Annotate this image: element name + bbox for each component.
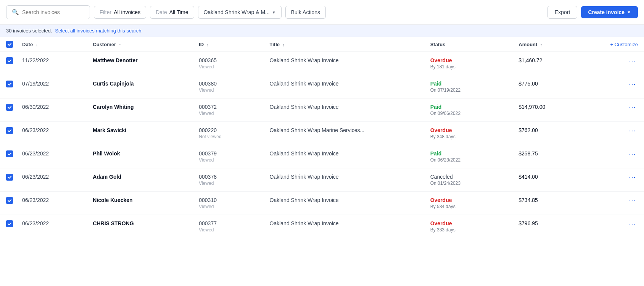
row-date: 06/30/2022 xyxy=(18,99,88,122)
select-all-link[interactable]: Select all invoices matching this search… xyxy=(55,28,143,34)
export-label: Export xyxy=(555,9,570,15)
chevron-down-icon: ▼ xyxy=(272,10,276,15)
header-amount[interactable]: Amount ↑ xyxy=(514,37,584,52)
row-customer: Carolyn Whiting xyxy=(88,99,194,122)
table-body: 11/22/2022 Matthew Denotter 000365 Viewe… xyxy=(0,52,644,238)
row-more[interactable]: ⋯ xyxy=(585,145,644,168)
filter-button[interactable]: Filter All invoices xyxy=(94,6,146,19)
row-amount: $1,460.72 xyxy=(514,52,584,75)
more-options-button[interactable]: ⋯ xyxy=(627,174,638,181)
search-box[interactable]: 🔍 xyxy=(6,5,90,19)
row-customer: Adam Gold xyxy=(88,168,194,192)
sort-up-icon: ↑ xyxy=(119,42,121,47)
row-status: Canceled On 01/24/2023 xyxy=(426,168,514,192)
row-date: 06/23/2022 xyxy=(18,192,88,215)
filter-value: All invoices xyxy=(114,9,140,15)
row-date: 06/23/2022 xyxy=(18,145,88,168)
row-more[interactable]: ⋯ xyxy=(585,215,644,238)
more-options-button[interactable]: ⋯ xyxy=(627,127,638,134)
search-input[interactable] xyxy=(22,9,84,15)
row-checkbox[interactable] xyxy=(0,75,18,99)
table-row: 07/19/2022 Curtis Capinjola 000380 Viewe… xyxy=(0,75,644,99)
row-checkbox-box[interactable] xyxy=(6,127,13,134)
filter-label: Filter xyxy=(100,9,111,15)
row-more[interactable]: ⋯ xyxy=(585,122,644,145)
date-button[interactable]: Date All Time xyxy=(150,6,194,19)
row-customer: Nicole Kuecken xyxy=(88,192,194,215)
row-checkbox-box[interactable] xyxy=(6,197,13,204)
row-checkbox-box[interactable] xyxy=(6,220,13,227)
table-row: 06/23/2022 Phil Wolok 000379 Viewed Oakl… xyxy=(0,145,644,168)
date-value: All Time xyxy=(169,9,188,15)
row-id: 000379 Viewed xyxy=(194,145,265,168)
customize-button[interactable]: + Customize xyxy=(585,37,644,52)
row-checkbox[interactable] xyxy=(0,122,18,145)
selection-bar: 30 invoices selected. Select all invoice… xyxy=(0,25,644,37)
row-checkbox-box[interactable] xyxy=(6,150,13,157)
row-date: 06/23/2022 xyxy=(18,168,88,192)
row-checkbox-box[interactable] xyxy=(6,81,13,87)
more-options-button[interactable]: ⋯ xyxy=(627,220,638,227)
row-checkbox[interactable] xyxy=(0,145,18,168)
export-button[interactable]: Export xyxy=(547,6,577,19)
more-options-button[interactable]: ⋯ xyxy=(627,104,638,111)
row-more[interactable]: ⋯ xyxy=(585,75,644,99)
table-row: 06/30/2022 Carolyn Whiting 000372 Viewed… xyxy=(0,99,644,122)
header-customer[interactable]: Customer ↑ xyxy=(88,37,194,52)
more-options-button[interactable]: ⋯ xyxy=(627,81,638,87)
table-row: 06/23/2022 Mark Sawicki 000220 Not viewe… xyxy=(0,122,644,145)
row-status: Overdue By 333 days xyxy=(426,215,514,238)
row-amount: $258.75 xyxy=(514,145,584,168)
row-title: Oakland Shrink Wrap Invoice xyxy=(265,168,426,192)
row-more[interactable]: ⋯ xyxy=(585,99,644,122)
row-title: Oakland Shrink Wrap Invoice xyxy=(265,99,426,122)
row-checkbox[interactable] xyxy=(0,168,18,192)
row-amount: $414.00 xyxy=(514,168,584,192)
row-checkbox[interactable] xyxy=(0,52,18,75)
more-options-button[interactable]: ⋯ xyxy=(627,150,638,157)
row-date: 07/19/2022 xyxy=(18,75,88,99)
header-date[interactable]: Date ↓ xyxy=(18,37,88,52)
table-row: 06/23/2022 Nicole Kuecken 000310 Viewed … xyxy=(0,192,644,215)
customer-filter-button[interactable]: Oakland Shrink Wrap & M... ▼ xyxy=(198,6,282,19)
header-status[interactable]: Status xyxy=(426,37,514,52)
row-more[interactable]: ⋯ xyxy=(585,192,644,215)
row-customer: Curtis Capinjola xyxy=(88,75,194,99)
row-amount: $14,970.00 xyxy=(514,99,584,122)
row-checkbox[interactable] xyxy=(0,215,18,238)
table-row: 06/23/2022 CHRIS STRONG 000377 Viewed Oa… xyxy=(0,215,644,238)
row-status: Overdue By 348 days xyxy=(426,122,514,145)
row-more[interactable]: ⋯ xyxy=(585,52,644,75)
sort-down-icon: ↓ xyxy=(36,42,38,47)
select-all-checkbox[interactable] xyxy=(6,41,13,48)
customer-filter-value: Oakland Shrink Wrap & M... xyxy=(204,9,270,15)
create-invoice-button[interactable]: Create invoice ▼ xyxy=(581,6,638,18)
row-id: 000377 Viewed xyxy=(194,215,265,238)
row-id: 000380 Viewed xyxy=(194,75,265,99)
row-checkbox-box[interactable] xyxy=(6,174,13,181)
row-checkbox[interactable] xyxy=(0,192,18,215)
row-checkbox-box[interactable] xyxy=(6,104,13,111)
table-row: 11/22/2022 Matthew Denotter 000365 Viewe… xyxy=(0,52,644,75)
more-options-button[interactable]: ⋯ xyxy=(627,197,638,204)
row-title: Oakland Shrink Wrap Marine Services... xyxy=(265,122,426,145)
search-icon: 🔍 xyxy=(12,9,19,16)
header-checkbox[interactable] xyxy=(0,37,18,52)
row-more[interactable]: ⋯ xyxy=(585,168,644,192)
header-title[interactable]: Title ↑ xyxy=(265,37,426,52)
row-id: 000220 Not viewed xyxy=(194,122,265,145)
row-checkbox-box[interactable] xyxy=(6,57,13,64)
toolbar: 🔍 Filter All invoices Date All Time Oakl… xyxy=(0,0,644,25)
row-customer: Phil Wolok xyxy=(88,145,194,168)
sort-up-icon: ↑ xyxy=(540,42,543,47)
bulk-actions-label: Bulk Actions xyxy=(291,9,320,15)
bulk-actions-button[interactable]: Bulk Actions xyxy=(285,6,326,19)
row-title: Oakland Shrink Wrap Invoice xyxy=(265,75,426,99)
row-date: 06/23/2022 xyxy=(18,122,88,145)
row-status: Overdue By 181 days xyxy=(426,52,514,75)
header-id[interactable]: ID ↑ xyxy=(194,37,265,52)
row-checkbox[interactable] xyxy=(0,99,18,122)
more-options-button[interactable]: ⋯ xyxy=(627,57,638,64)
row-customer: CHRIS STRONG xyxy=(88,215,194,238)
row-date: 11/22/2022 xyxy=(18,52,88,75)
